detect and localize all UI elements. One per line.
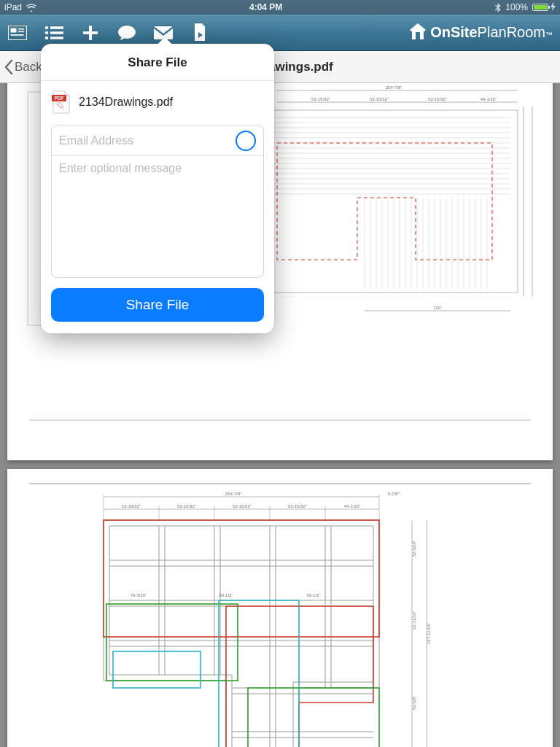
svg-rect-1	[11, 28, 17, 32]
bluetooth-icon	[495, 3, 501, 12]
status-time: 4:04 PM	[249, 2, 282, 12]
message-row	[52, 156, 263, 277]
svg-text:80-1/2": 80-1/2"	[219, 593, 233, 597]
svg-rect-68	[7, 469, 553, 747]
add-button[interactable]	[80, 23, 101, 43]
svg-text:52-5/8": 52-5/8"	[412, 696, 416, 710]
charging-icon	[551, 2, 556, 13]
svg-text:52-5/16": 52-5/16"	[412, 541, 416, 557]
svg-text:254-7/8": 254-7/8"	[225, 492, 241, 496]
svg-text:254-7/8": 254-7/8"	[386, 85, 402, 90]
brand-name-bold: OnSite	[430, 24, 477, 40]
file-row: PDF 2134Drawings.pdf	[51, 88, 264, 122]
svg-text:44-1/16": 44-1/16"	[481, 97, 497, 101]
file-name: 2134Drawings.pdf	[79, 96, 173, 109]
popover-body: PDF 2134Drawings.pdf Share File	[41, 81, 274, 333]
message-input[interactable]	[59, 162, 256, 270]
svg-rect-6	[50, 26, 63, 29]
ios-status-bar: iPad 4:04 PM 100%	[0, 0, 560, 15]
svg-text:52-15/32": 52-15/32"	[233, 504, 252, 508]
email-row	[52, 125, 263, 156]
svg-point-5	[45, 26, 49, 29]
back-label: Back	[15, 60, 42, 74]
svg-text:52-15/32": 52-15/32"	[428, 97, 447, 101]
svg-rect-4	[18, 31, 24, 32]
svg-text:120': 120'	[433, 306, 441, 310]
svg-text:0-7/8": 0-7/8"	[388, 492, 400, 496]
svg-rect-2	[11, 34, 24, 36]
popover-title: Share File	[41, 44, 274, 81]
device-label: iPad	[4, 2, 22, 12]
svg-text:93-1/2": 93-1/2"	[306, 593, 320, 597]
svg-text:PDF: PDF	[55, 96, 64, 101]
brand-building-icon	[410, 22, 426, 43]
svg-text:52-11/16": 52-11/16"	[412, 611, 416, 630]
svg-rect-0	[8, 26, 27, 40]
svg-text:52-19/32": 52-19/32"	[122, 504, 141, 508]
share-popover: Share File PDF 2134Drawings.pdf	[41, 44, 274, 333]
share-fields	[51, 125, 264, 278]
toolbar-left-group	[7, 23, 210, 43]
svg-rect-12	[83, 31, 98, 34]
battery-icon	[532, 2, 556, 13]
svg-text:52-15/32": 52-15/32"	[177, 504, 196, 508]
svg-text:157-11/16": 157-11/16"	[427, 623, 431, 644]
popover-arrow	[158, 36, 172, 44]
pdf-page-2: 254-7/8" 0-7/8" 52-19/32" 52-15/32" 52-1…	[7, 469, 553, 747]
battery-percent: 100%	[505, 2, 528, 12]
status-left: iPad	[4, 2, 36, 12]
pdf-icon: PDF	[51, 90, 71, 115]
svg-text:44-1/16": 44-1/16"	[344, 504, 360, 508]
svg-text:52-15/32": 52-15/32"	[370, 97, 389, 101]
svg-text:52-15/32": 52-15/32"	[288, 504, 307, 508]
status-right: 100%	[495, 2, 556, 13]
svg-text:79-3/16": 79-3/16"	[131, 593, 147, 597]
svg-text:52-15/32": 52-15/32"	[311, 97, 330, 101]
floorplan-drawing-2: 254-7/8" 0-7/8" 52-19/32" 52-15/32" 52-1…	[7, 469, 553, 747]
svg-rect-14	[416, 32, 420, 39]
list-view-button[interactable]	[44, 23, 64, 43]
share-button[interactable]	[190, 23, 210, 43]
wifi-icon	[26, 4, 36, 12]
svg-rect-8	[50, 31, 63, 34]
svg-rect-3	[18, 28, 24, 30]
card-view-button[interactable]	[7, 23, 28, 43]
brand-name-light: PlanRoom	[478, 24, 545, 40]
brand-tm: ™	[545, 31, 553, 39]
svg-rect-10	[50, 36, 63, 39]
chat-button[interactable]	[117, 23, 137, 43]
svg-point-9	[45, 36, 49, 39]
add-recipient-button[interactable]	[236, 131, 256, 151]
email-input[interactable]	[59, 134, 236, 147]
share-file-button[interactable]: Share File	[51, 288, 264, 322]
svg-point-7	[45, 31, 49, 34]
brand: OnSitePlanRoom™	[410, 22, 553, 43]
